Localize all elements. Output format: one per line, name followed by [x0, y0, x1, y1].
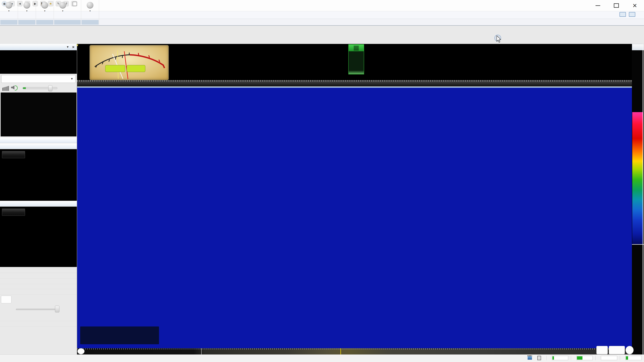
ribbon-button-icon	[86, 1, 94, 9]
waterfall-display[interactable]	[77, 88, 632, 348]
spectrum-waterfall-divider[interactable]	[77, 86, 632, 88]
palette-tick-label	[639, 53, 642, 53]
s-meter-scale	[90, 45, 168, 79]
waterfall-rewind-button[interactable]	[78, 348, 84, 354]
rx-marker-number	[354, 45, 359, 51]
section-agc[interactable]	[0, 273, 77, 279]
spectrum-frequency-scale[interactable]	[77, 80, 632, 86]
window-controls: ×	[589, 0, 644, 11]
right-edge-line	[643, 44, 643, 355]
nr-button[interactable]	[1, 296, 12, 303]
sdr-console-window: ◉ ● ◄ ● ▶ ❚❚ ★ ✎ ↺ ▾ ×	[0, 0, 644, 362]
volume-slider-handle[interactable]	[48, 85, 52, 91]
ribbon-button-icon	[59, 1, 66, 9]
rx-marker-cap[interactable]	[349, 44, 364, 51]
ribbon-button[interactable]: ▾	[55, 0, 70, 13]
section-squelch[interactable]	[0, 322, 77, 327]
status-metrics	[528, 356, 642, 360]
volume-slider[interactable]	[23, 87, 57, 89]
waterfall-forward-button[interactable]	[626, 346, 634, 354]
ribbon-group-label	[82, 20, 98, 25]
rx-marker-foot	[349, 70, 364, 74]
section-nr1[interactable]	[0, 289, 77, 295]
scheduler-checkbox[interactable]	[72, 2, 79, 6]
mode-button[interactable]	[2, 151, 25, 158]
mode-panel	[0, 149, 77, 201]
section-filter[interactable]	[0, 201, 77, 206]
receive-panel: ▼ × ▼	[0, 44, 77, 355]
section-radio[interactable]	[0, 268, 77, 273]
ribbon-group-label	[36, 20, 53, 25]
ribbon-group-label	[0, 20, 18, 25]
section-noise-blanker[interactable]	[0, 284, 77, 289]
snr-badge	[126, 65, 146, 72]
ribbon-button[interactable]: ▾	[19, 0, 34, 13]
waterfall-frequency-scale[interactable]	[77, 348, 632, 355]
section-notch[interactable]	[0, 316, 77, 321]
audio-latency-bar	[601, 356, 617, 360]
waterfall-zoom-button[interactable]	[609, 346, 625, 354]
disk-icon	[537, 356, 541, 360]
panel-close-icon[interactable]: ×	[72, 44, 74, 50]
ribbon-button[interactable]: ▾	[1, 0, 16, 13]
ribbon-group-video: ▾	[81, 0, 99, 25]
rx-channel-marker[interactable]	[348, 44, 364, 74]
video-status-icon	[528, 356, 532, 360]
utc-clock	[80, 327, 159, 344]
display-1-icon[interactable]	[620, 12, 626, 17]
ribbon-group-audio: ▾	[0, 0, 18, 25]
chevron-down-icon[interactable]: ▼	[70, 75, 73, 83]
receive-panel-header[interactable]: ▼ ×	[0, 44, 77, 50]
section-if-display[interactable]	[0, 137, 77, 143]
ribbon-button-icon	[41, 1, 49, 9]
ribbon-group-data-playback: ▾	[36, 0, 54, 25]
waterfall-canvas[interactable]	[77, 88, 632, 348]
nr-level-row	[0, 305, 77, 314]
cpu-usage-bar	[552, 356, 568, 360]
volume-row	[0, 84, 77, 92]
display-2-icon[interactable]	[629, 12, 635, 17]
minimize-button[interactable]	[589, 0, 607, 11]
ribbon-button-icon	[23, 1, 31, 9]
close-button[interactable]: ×	[626, 0, 644, 11]
menu-right-controls	[620, 12, 641, 17]
section-mode[interactable]	[0, 143, 77, 149]
ribbon-group-label	[54, 20, 81, 25]
audio-device-select[interactable]: ▼	[1, 75, 76, 83]
scale-boundary-line	[201, 348, 202, 355]
waterfall-palette-column	[632, 44, 644, 355]
checkbox-box[interactable]	[72, 2, 77, 6]
frequency-display[interactable]	[0, 50, 77, 74]
filter-panel	[0, 207, 77, 267]
status-bar	[0, 355, 644, 362]
audio-scope	[1, 92, 76, 136]
filter-button[interactable]	[2, 209, 25, 216]
ribbon-button[interactable]: ▾	[82, 0, 98, 13]
ribbon-group-label	[18, 20, 36, 25]
audio-waveform	[1, 96, 76, 133]
ribbon-button-icon	[5, 1, 13, 9]
spectrum-display[interactable]	[77, 44, 632, 80]
maximize-button[interactable]	[607, 0, 626, 11]
level-slider-handle[interactable]	[55, 306, 59, 312]
equalizer-icon[interactable]	[2, 86, 9, 91]
speaker-wave-icon	[15, 85, 18, 90]
s-meter	[90, 45, 169, 80]
ribbon-button[interactable]: ▾	[37, 0, 52, 13]
keyboard-entry-button[interactable]	[596, 346, 608, 354]
level-slider[interactable]	[16, 309, 58, 310]
panel-dropdown-icon[interactable]: ▼	[66, 44, 69, 50]
gpu-usage-bar	[576, 356, 593, 360]
buffer-size-bar	[626, 356, 642, 360]
ribbon-group-data-scheduler: ▾	[54, 0, 81, 25]
volume-slider-fill	[23, 87, 26, 89]
speaker-icon[interactable]	[11, 85, 14, 89]
palette-auto-button[interactable]	[632, 44, 644, 50]
signal-strength-badge	[105, 65, 125, 72]
tuned-frequency-line	[340, 348, 341, 355]
mouse-cursor	[494, 34, 502, 44]
section-cw[interactable]	[0, 279, 77, 284]
ribbon-group-data-record: ▾	[18, 0, 36, 25]
